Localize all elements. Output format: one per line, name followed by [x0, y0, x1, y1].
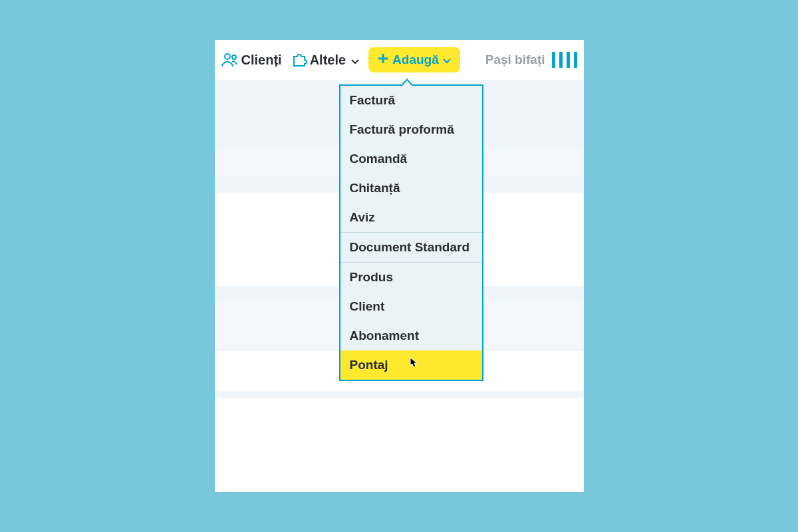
cursor-icon: [407, 356, 419, 374]
dd-item-label: Factură: [350, 93, 396, 108]
puzzle-icon: [291, 53, 307, 67]
add-button-label: Adaugă: [392, 53, 439, 67]
chevron-down-icon: [443, 53, 451, 67]
dd-item-client[interactable]: Client: [340, 292, 482, 321]
dd-item-label: Document Standard: [350, 240, 470, 255]
dd-item-pontaj[interactable]: Pontaj: [340, 350, 482, 380]
chevron-down-icon: [351, 53, 359, 68]
nav-clienti[interactable]: Clienți: [221, 53, 282, 68]
dd-item-factura-proforma[interactable]: Factură proformă: [340, 115, 482, 144]
nav-altele[interactable]: Altele: [291, 53, 359, 68]
dd-item-label: Factură proformă: [350, 122, 454, 137]
nav-altele-label: Altele: [310, 53, 346, 68]
nav-clienti-label: Clienți: [241, 53, 282, 68]
dd-item-produs[interactable]: Produs: [340, 262, 482, 292]
dd-item-label: Produs: [350, 270, 393, 285]
dd-item-document-standard[interactable]: Document Standard: [340, 232, 482, 262]
steps-indicator: Pași bifați: [485, 52, 577, 68]
plus-icon: [378, 53, 388, 67]
svg-point-1: [232, 55, 236, 59]
dd-item-label: Pontaj: [350, 358, 388, 372]
svg-point-0: [225, 54, 230, 59]
add-button[interactable]: Adaugă: [368, 47, 460, 72]
people-icon: [221, 53, 239, 67]
app-panel: Clienți Altele Adaugă Pași bifați: [215, 40, 584, 492]
dd-item-chitanta[interactable]: Chitanță: [340, 174, 482, 203]
steps-label: Pași bifați: [485, 53, 545, 67]
dd-item-label: Client: [350, 299, 385, 314]
dd-item-label: Comandă: [350, 152, 408, 166]
dd-item-comanda[interactable]: Comandă: [340, 144, 482, 174]
dd-item-aviz[interactable]: Aviz: [340, 203, 482, 232]
tally-icon: [552, 52, 577, 68]
dd-item-label: Chitanță: [350, 181, 400, 196]
dd-item-label: Abonament: [350, 329, 420, 343]
dd-item-factura[interactable]: Factură: [340, 86, 482, 115]
dd-item-abonament[interactable]: Abonament: [340, 321, 482, 350]
topbar: Clienți Altele Adaugă Pași bifați: [215, 40, 584, 80]
dd-item-label: Aviz: [350, 210, 375, 225]
adauga-dropdown: Factură Factură proformă Comandă Chitanț…: [339, 84, 483, 381]
